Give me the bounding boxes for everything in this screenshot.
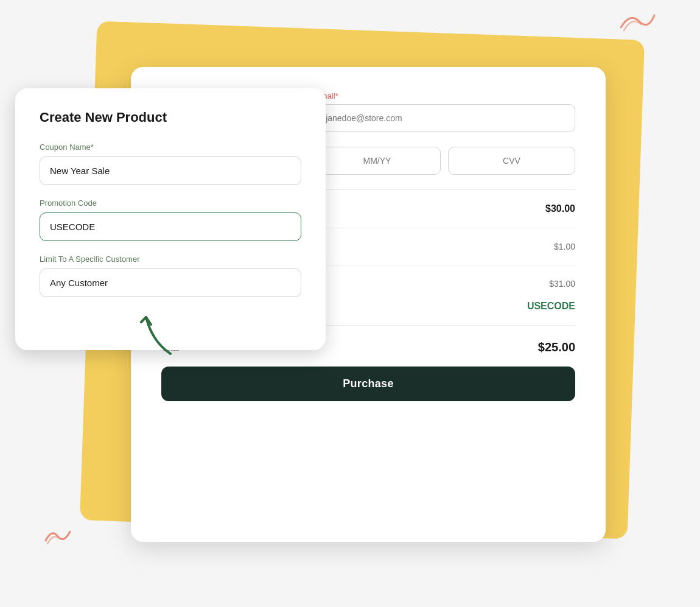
arrow-decoration xyxy=(134,305,183,368)
card-cvv-input[interactable] xyxy=(448,147,575,175)
limit-customer-group: Limit To A Specific Customer xyxy=(40,254,301,297)
decoration-bottom-left xyxy=(43,525,73,549)
purchase-button[interactable]: Purchase xyxy=(161,367,575,401)
limit-customer-input[interactable] xyxy=(40,268,301,297)
subtotal-value: $31.00 xyxy=(549,279,575,289)
coupon-name-label: Coupon Name* xyxy=(40,142,301,152)
promotion-code-input[interactable] xyxy=(40,212,301,241)
email-field-group: Email* xyxy=(315,91,575,132)
promotion-code-label: Promotion Code xyxy=(40,198,301,208)
card-expiry-input[interactable] xyxy=(313,147,441,175)
limit-customer-label: Limit To A Specific Customer xyxy=(40,254,301,264)
coupon-name-group: Coupon Name* xyxy=(40,142,301,185)
email-input[interactable] xyxy=(315,104,575,132)
decoration-top-right xyxy=(615,9,657,36)
line-item-2-value: $1.00 xyxy=(554,242,575,251)
create-product-modal: Create New Product Coupon Name* Promotio… xyxy=(15,88,326,350)
email-label: Email* xyxy=(315,91,575,100)
total-value: $25.00 xyxy=(538,340,575,354)
modal-title: Create New Product xyxy=(40,110,301,125)
coupon-name-input[interactable] xyxy=(40,156,301,185)
line-item-1-value: $30.00 xyxy=(545,203,575,214)
coupon-code-value: USECODE xyxy=(527,301,575,312)
promotion-code-group: Promotion Code xyxy=(40,198,301,241)
